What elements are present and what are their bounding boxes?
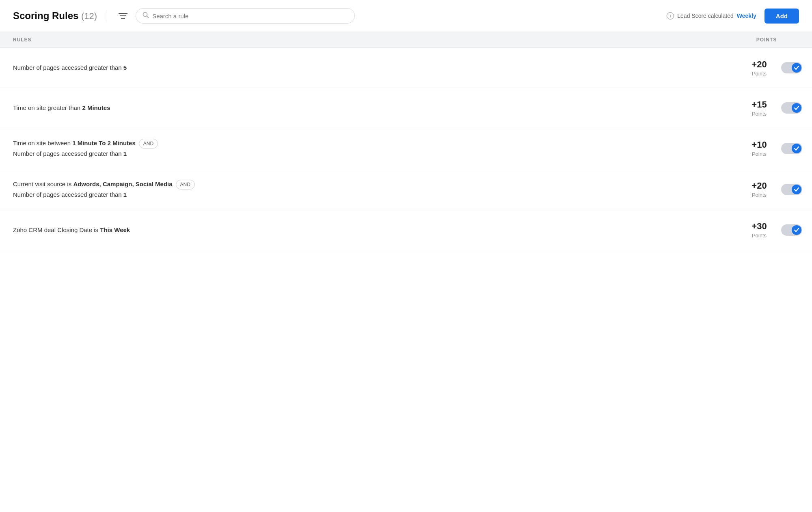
filter-icon	[119, 12, 127, 19]
and-badge: AND	[139, 139, 158, 148]
lead-score-info: i Lead Score calculated Weekly	[667, 12, 756, 19]
points-value: +10	[752, 140, 767, 150]
page-header: Scoring Rules (12) i Lead Score calculat…	[0, 0, 812, 32]
toggle-thumb	[792, 144, 801, 153]
toggle-wrapper[interactable]	[781, 224, 802, 236]
points-label: Points	[752, 192, 767, 198]
rule-description: Time on site between 1 Minute To 2 Minut…	[13, 138, 734, 159]
points-value: +20	[752, 59, 767, 70]
points-value: +30	[752, 221, 767, 232]
rule-toggle[interactable]	[781, 143, 802, 154]
checkmark-icon	[794, 187, 799, 192]
table-row: Current visit source is Adwords, Campaig…	[0, 169, 812, 210]
table-row: Number of pages accessed greater than 5+…	[0, 48, 812, 88]
table-header: RULES POINTS	[0, 32, 812, 48]
toggle-wrapper[interactable]	[781, 143, 802, 154]
search-icon	[143, 12, 149, 20]
rules-list: Number of pages accessed greater than 5+…	[0, 48, 812, 250]
header-right: i Lead Score calculated Weekly Add	[667, 9, 799, 24]
points-value-wrapper: +20Points	[747, 181, 771, 198]
col-points-header: POINTS	[734, 37, 799, 43]
col-rules-header: RULES	[13, 37, 734, 43]
checkmark-icon	[794, 146, 799, 151]
rule-description: Number of pages accessed greater than 5	[13, 62, 734, 73]
rule-count: (12)	[81, 11, 97, 21]
toggle-wrapper[interactable]	[781, 184, 802, 195]
filter-button[interactable]	[117, 11, 129, 21]
rule-points-section: +15Points	[734, 98, 799, 118]
toggle-thumb	[792, 103, 801, 113]
toggle-track[interactable]	[781, 102, 802, 114]
points-value-wrapper: +10Points	[747, 140, 771, 157]
rule-toggle[interactable]	[781, 62, 802, 73]
rule-toggle[interactable]	[781, 224, 802, 236]
checkmark-icon	[794, 227, 799, 233]
rule-points-section: +20Points	[734, 179, 799, 200]
toggle-wrapper[interactable]	[781, 102, 802, 114]
page-title: Scoring Rules (12)	[13, 10, 97, 22]
weekly-link[interactable]: Weekly	[737, 13, 756, 19]
toggle-track[interactable]	[781, 143, 802, 154]
toggle-thumb	[792, 225, 801, 235]
checkmark-icon	[794, 105, 799, 111]
table-row: Time on site between 1 Minute To 2 Minut…	[0, 128, 812, 169]
points-value: +20	[752, 181, 767, 191]
points-label: Points	[752, 232, 767, 239]
add-button[interactable]: Add	[764, 9, 799, 24]
points-value: +15	[752, 99, 767, 110]
points-value-wrapper: +20Points	[747, 59, 771, 77]
search-container	[136, 8, 355, 24]
toggle-wrapper[interactable]	[781, 62, 802, 73]
points-label: Points	[752, 71, 767, 77]
points-label: Points	[752, 111, 767, 117]
toggle-track[interactable]	[781, 224, 802, 236]
and-badge: AND	[176, 180, 195, 189]
rule-points-section: +30Points	[734, 220, 799, 240]
search-input-wrapper	[136, 8, 355, 24]
toggle-thumb	[792, 63, 801, 73]
points-value-wrapper: +30Points	[747, 221, 771, 239]
toggle-thumb	[792, 185, 801, 194]
lead-score-label: Lead Score calculated	[677, 13, 734, 19]
rule-toggle[interactable]	[781, 102, 802, 114]
table-row: Zoho CRM deal Closing Date is This Week+…	[0, 210, 812, 250]
rule-description: Time on site greater than 2 Minutes	[13, 103, 734, 113]
rule-description: Zoho CRM deal Closing Date is This Week	[13, 225, 734, 235]
search-input[interactable]	[152, 13, 348, 19]
rule-toggle[interactable]	[781, 184, 802, 195]
rule-description: Current visit source is Adwords, Campaig…	[13, 179, 734, 200]
svg-line-4	[147, 16, 149, 18]
toggle-track[interactable]	[781, 62, 802, 73]
points-label: Points	[752, 151, 767, 157]
rule-points-section: +10Points	[734, 138, 799, 159]
table-row: Time on site greater than 2 Minutes+15Po…	[0, 88, 812, 128]
header-divider	[107, 10, 107, 22]
info-icon: i	[667, 12, 674, 19]
toggle-track[interactable]	[781, 184, 802, 195]
checkmark-icon	[794, 65, 799, 71]
rule-points-section: +20Points	[734, 58, 799, 78]
points-value-wrapper: +15Points	[747, 99, 771, 117]
